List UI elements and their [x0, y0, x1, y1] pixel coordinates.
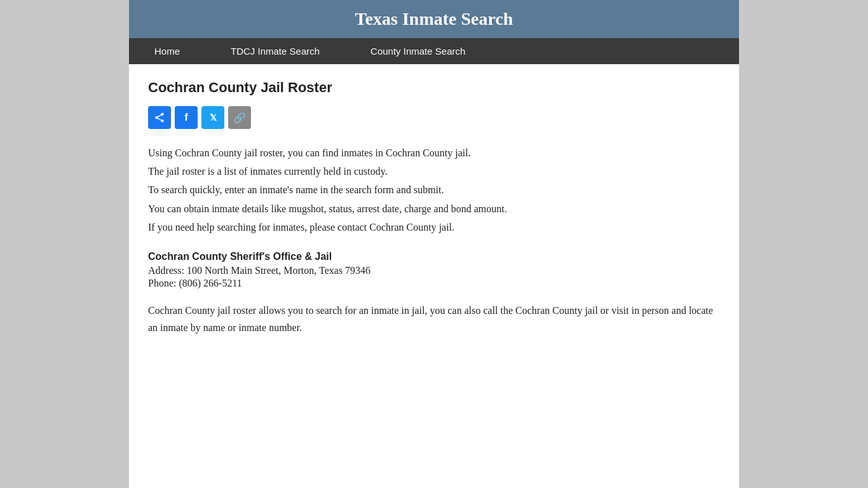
- description-line-2: The jail roster is a list of inmates cur…: [148, 163, 720, 180]
- nav-item-tdcj[interactable]: TDCJ Inmate Search: [205, 38, 345, 64]
- description-line-3: To search quickly, enter an inmate's nam…: [148, 181, 720, 198]
- main-content: Cochran County Jail Roster f 𝕏 🔗 Using C…: [129, 64, 739, 362]
- page-heading: Cochran County Jail Roster: [148, 79, 720, 96]
- address-value: 100 North Main Street, Morton, Texas 793…: [187, 265, 370, 276]
- twitter-icon: 𝕏: [210, 112, 217, 123]
- copy-link-button[interactable]: 🔗: [228, 106, 251, 129]
- site-title: Texas Inmate Search: [142, 9, 726, 29]
- description-line-4: You can obtain inmate details like mugsh…: [148, 200, 720, 217]
- phone-label: Phone:: [148, 278, 179, 288]
- site-header: Texas Inmate Search: [129, 0, 739, 38]
- link-icon: 🔗: [233, 112, 246, 124]
- office-info: Cochran County Sheriff's Office & Jail A…: [148, 251, 720, 289]
- footer-description: Cochran County jail roster allows you to…: [148, 302, 720, 336]
- page-wrapper: Texas Inmate Search Home TDCJ Inmate Sea…: [129, 0, 739, 488]
- facebook-button[interactable]: f: [175, 106, 198, 129]
- facebook-icon: f: [184, 111, 188, 124]
- share-button[interactable]: [148, 106, 171, 129]
- office-phone: Phone: (806) 266-5211: [148, 278, 720, 289]
- twitter-button[interactable]: 𝕏: [201, 106, 224, 129]
- social-buttons: f 𝕏 🔗: [148, 106, 720, 129]
- phone-value: (806) 266-5211: [179, 278, 241, 288]
- description-block: Using Cochran County jail roster, you ca…: [148, 144, 720, 236]
- main-nav: Home TDCJ Inmate Search County Inmate Se…: [129, 38, 739, 64]
- office-address: Address: 100 North Main Street, Morton, …: [148, 265, 720, 276]
- nav-item-home[interactable]: Home: [129, 38, 205, 64]
- description-line-5: If you need help searching for inmates, …: [148, 219, 720, 236]
- description-line-1: Using Cochran County jail roster, you ca…: [148, 144, 720, 161]
- nav-item-county[interactable]: County Inmate Search: [345, 38, 491, 64]
- address-label: Address:: [148, 265, 187, 276]
- office-name: Cochran County Sheriff's Office & Jail: [148, 251, 720, 262]
